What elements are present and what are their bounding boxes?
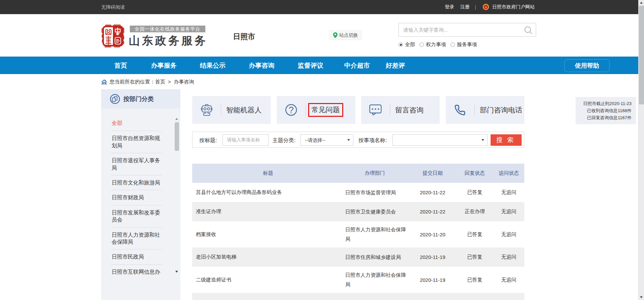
svg-text:?: ?: [289, 105, 294, 115]
svg-text:★: ★: [485, 5, 487, 8]
